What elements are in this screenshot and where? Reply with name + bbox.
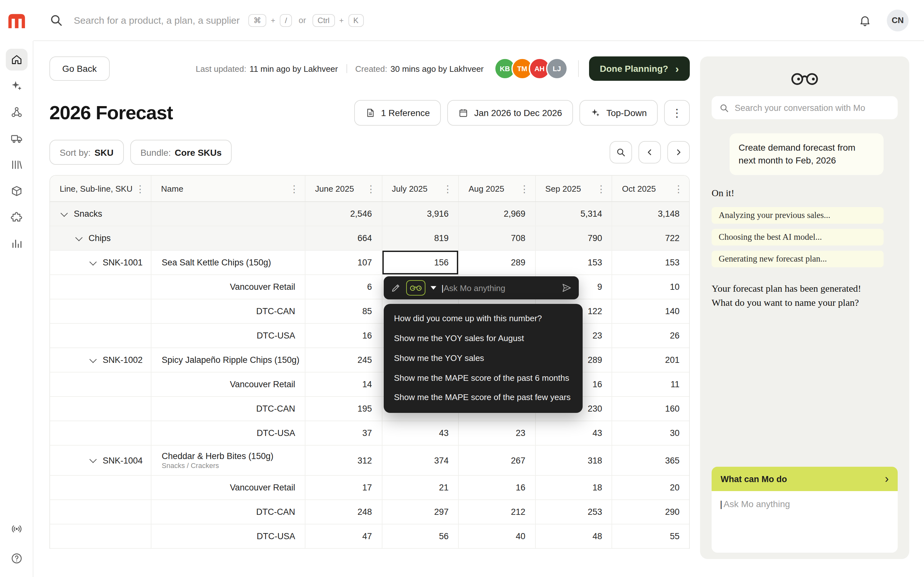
forecast-cell[interactable]: 6 (305, 275, 382, 299)
forecast-cell[interactable]: 248 (305, 500, 382, 524)
forecast-cell[interactable]: 5,314 (536, 202, 612, 226)
forecast-cell[interactable]: 3,916 (382, 202, 459, 226)
column-menu-icon[interactable]: ⋮ (366, 184, 376, 193)
expand-chevron-icon[interactable] (89, 258, 97, 266)
forecast-cell[interactable]: 664 (305, 226, 382, 250)
forecast-cell[interactable]: 289 (459, 251, 535, 274)
reference-button[interactable]: 1 Reference (354, 100, 441, 126)
forecast-cell[interactable]: 3,148 (612, 202, 689, 226)
forecast-cell[interactable]: 708 (459, 226, 535, 250)
forecast-cell[interactable]: 245 (305, 348, 382, 372)
forecast-cell[interactable]: 17 (305, 476, 382, 500)
caret-down-icon[interactable] (431, 286, 436, 290)
forecast-cell[interactable]: 55 (612, 524, 689, 548)
done-planning-button[interactable]: Done Planning? › (589, 56, 690, 81)
forecast-cell[interactable]: 201 (612, 348, 689, 372)
forecast-cell[interactable]: 156 (382, 251, 459, 274)
forecast-cell[interactable]: 790 (536, 226, 612, 250)
forecast-cell[interactable]: 267 (459, 446, 535, 475)
global-search-input[interactable]: Search for a product, a plan, a supplier (74, 15, 248, 26)
forecast-mode-button[interactable]: Top-Down (580, 100, 658, 126)
what-can-mo-do-button[interactable]: What can Mo do › (712, 467, 898, 491)
sidebar-item-broadcast[interactable] (5, 518, 27, 540)
date-range-button[interactable]: Jan 2026 to Dec 2026 (447, 100, 573, 126)
expand-chevron-icon[interactable] (75, 234, 83, 241)
sidebar-item-help[interactable] (5, 548, 27, 569)
column-menu-icon[interactable]: ⋮ (289, 184, 299, 193)
forecast-cell[interactable]: 30 (612, 421, 689, 445)
forecast-cell[interactable]: 107 (305, 251, 382, 274)
forecast-cell[interactable]: 23 (459, 421, 535, 445)
forecast-cell[interactable]: 21 (382, 476, 459, 500)
expand-chevron-icon[interactable] (89, 356, 97, 363)
mo-ask-input[interactable]: |Ask Mo anything (712, 491, 898, 553)
forecast-cell[interactable]: 43 (536, 421, 612, 445)
sidebar-item-truck[interactable] (5, 127, 27, 149)
forecast-cell[interactable]: 20 (612, 476, 689, 500)
forecast-cell[interactable]: 195 (305, 397, 382, 421)
forecast-cell[interactable]: 297 (382, 500, 459, 524)
forecast-cell[interactable]: 56 (382, 524, 459, 548)
column-menu-icon[interactable]: ⋮ (674, 184, 683, 193)
mo-suggestion-item[interactable]: Show me the MAPE score of the past few y… (384, 388, 583, 408)
forecast-cell[interactable]: 10 (612, 275, 689, 299)
sidebar-item-molecule[interactable] (5, 101, 27, 123)
app-logo[interactable] (0, 0, 33, 41)
forecast-cell[interactable]: 2,969 (459, 202, 535, 226)
mo-suggestion-item[interactable]: Show me the MAPE score of the past 6 mon… (384, 368, 583, 388)
expand-chevron-icon[interactable] (61, 210, 68, 217)
expand-chevron-icon[interactable] (89, 456, 97, 463)
prev-period-button[interactable] (638, 141, 661, 163)
search-icon[interactable] (49, 13, 63, 27)
send-icon[interactable] (561, 283, 572, 293)
sidebar-item-sparkles[interactable] (5, 75, 27, 97)
mo-suggestion-item[interactable]: Show me the YOY sales for August (384, 329, 583, 349)
forecast-cell[interactable]: 43 (382, 421, 459, 445)
next-period-button[interactable] (667, 141, 690, 163)
forecast-cell[interactable]: 26 (612, 324, 689, 348)
column-menu-icon[interactable]: ⋮ (443, 184, 452, 193)
forecast-cell[interactable]: 85 (305, 300, 382, 323)
forecast-cell[interactable]: 374 (382, 446, 459, 475)
ask-mo-input[interactable]: |Ask Mo anything (441, 283, 556, 293)
forecast-cell[interactable]: 14 (305, 372, 382, 396)
mo-suggestion-item[interactable]: How did you come up with this number? (384, 309, 583, 329)
more-options-button[interactable]: ⋮ (664, 100, 690, 126)
forecast-cell[interactable]: 212 (459, 500, 535, 524)
forecast-cell[interactable]: 318 (536, 446, 612, 475)
forecast-cell[interactable]: 18 (536, 476, 612, 500)
forecast-cell[interactable]: 312 (305, 446, 382, 475)
forecast-cell[interactable]: 140 (612, 300, 689, 323)
forecast-cell[interactable]: 16 (305, 324, 382, 348)
forecast-cell[interactable]: 48 (536, 524, 612, 548)
forecast-cell[interactable]: 819 (382, 226, 459, 250)
sidebar-item-chart[interactable] (5, 233, 27, 255)
user-avatar[interactable]: CN (887, 9, 909, 31)
forecast-cell[interactable]: 40 (459, 524, 535, 548)
forecast-cell[interactable]: 253 (536, 500, 612, 524)
forecast-cell[interactable]: 2,546 (305, 202, 382, 226)
sidebar-item-package[interactable] (5, 180, 27, 202)
table-search-button[interactable] (610, 141, 632, 163)
mo-assistant-button[interactable] (406, 280, 425, 295)
notifications-bell-icon[interactable] (859, 14, 871, 27)
edit-pencil-icon[interactable] (391, 283, 401, 293)
column-menu-icon[interactable]: ⋮ (136, 184, 145, 193)
forecast-cell[interactable]: 47 (305, 524, 382, 548)
mo-search-input[interactable]: Search your conversation with Mo (712, 96, 898, 119)
forecast-cell[interactable]: 160 (612, 397, 689, 421)
sidebar-item-home[interactable] (5, 49, 27, 71)
forecast-cell[interactable]: 290 (612, 500, 689, 524)
forecast-cell[interactable]: 11 (612, 372, 689, 396)
sidebar-item-library[interactable] (5, 154, 27, 176)
forecast-cell[interactable]: 37 (305, 421, 382, 445)
forecast-cell[interactable]: 16 (459, 476, 535, 500)
go-back-button[interactable]: Go Back (49, 56, 110, 81)
collaborator-avatar[interactable]: LJ (546, 58, 568, 79)
column-menu-icon[interactable]: ⋮ (520, 184, 529, 193)
column-menu-icon[interactable]: ⋮ (596, 184, 606, 193)
forecast-cell[interactable]: 722 (612, 226, 689, 250)
sidebar-item-puzzle[interactable] (5, 206, 27, 228)
forecast-cell[interactable]: 153 (536, 251, 612, 274)
bundle-control[interactable]: Bundle: Core SKUs (130, 140, 232, 165)
